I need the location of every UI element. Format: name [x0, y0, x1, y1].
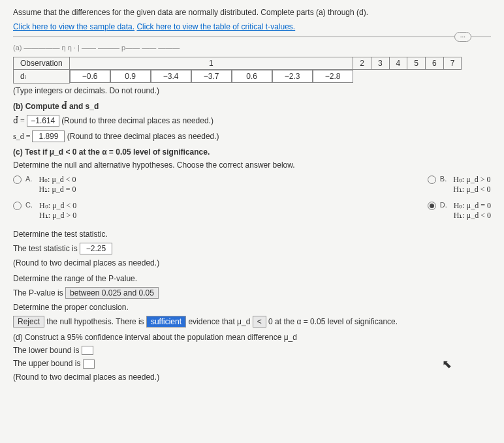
reject-dropdown[interactable]: Reject [13, 316, 44, 328]
option-b[interactable]: B. H₀: μ_d > 0H₁: μ_d < 0 [428, 175, 491, 194]
sufficient-dropdown[interactable]: sufficient [146, 316, 186, 328]
option-tag: C. [25, 201, 33, 209]
pager-icon[interactable]: ··· [454, 32, 471, 42]
header-col: 6 [425, 57, 443, 70]
conc-text: 0 at the α = 0.05 level of significance. [268, 317, 398, 326]
part-d-label: (d) Construct a 95% confidence interval … [13, 333, 491, 342]
radio-d[interactable] [428, 202, 436, 210]
part-c-label: (c) Test if μ_d < 0 at the α = 0.05 leve… [13, 147, 491, 157]
header-col: 1 [69, 57, 353, 70]
radio-b[interactable] [428, 176, 436, 184]
header-col: 7 [443, 57, 462, 70]
ts-hint: (Round to two decimal places as needed.) [13, 258, 491, 267]
sd-line: s_d = 1.899 (Round to three decimal plac… [13, 130, 491, 142]
lb-label: The lower bound is [13, 346, 82, 355]
dbar-tail: (Round to three decimal places as needed… [61, 116, 213, 125]
ts-label: The test statistic is [13, 244, 80, 253]
link-t-values[interactable]: Click here to view the table of critical… [136, 22, 295, 31]
table-hint: (Type integers or decimals. Do not round… [13, 86, 491, 95]
lower-bound-line: The lower bound is [13, 346, 491, 356]
link-sample-data[interactable]: Click here to view the sample data. [13, 22, 134, 31]
option-a[interactable]: A. H₀: μ_d < 0H₁: μ_d = 0 [13, 175, 76, 194]
divider: ··· [13, 37, 491, 37]
option-tag: D. [440, 201, 447, 209]
option-text: H₀: μ_d > 0H₁: μ_d < 0 [453, 175, 490, 194]
row-label-di: dᵢ [14, 70, 70, 84]
option-d[interactable]: D. H₀: μ_d = 0H₁: μ_d < 0 [428, 201, 491, 221]
di-input[interactable]: −3.7 [191, 70, 232, 83]
options-right: B. H₀: μ_d > 0H₁: μ_d < 0 D. H₀: μ_d = 0… [428, 175, 491, 221]
ts-input[interactable]: −2.25 [80, 243, 112, 254]
di-input[interactable]: −2.8 [313, 70, 353, 83]
options-left: A. H₀: μ_d < 0H₁: μ_d = 0 C. H₀: μ_d < 0… [13, 175, 76, 221]
pvalue-line: The P-value is between 0.025 and 0.05 [13, 287, 491, 299]
links-row: Click here to view the sample data. Clic… [13, 22, 491, 31]
header-col: 4 [389, 57, 407, 70]
part-a-obscured: (a) ————— η η · | —— ——— p—— —— ——— [13, 44, 491, 52]
ub-label: The upper bound is [13, 359, 83, 368]
header-col: 5 [407, 57, 426, 70]
p-label: The P-value is [13, 288, 65, 298]
dbar-line: d̄ = −1.614 (Round to three decimal plac… [13, 115, 491, 127]
table-row: Observation 1 2 3 4 5 6 7 [14, 57, 462, 70]
det-test-stat: Determine the test statistic. [13, 230, 491, 239]
dbar-input[interactable]: −1.614 [27, 115, 59, 127]
header-observation: Observation [14, 57, 70, 70]
sd-input[interactable]: 1.899 [32, 130, 65, 142]
dbar-label: d̄ = [13, 116, 27, 125]
option-tag: A. [25, 175, 32, 183]
part-b-label: (b) Compute d̄ and s_d [13, 102, 491, 111]
option-text: H₀: μ_d < 0H₁: μ_d > 0 [39, 201, 76, 221]
hypothesis-prompt: Determine the null and alternative hypot… [13, 160, 491, 170]
header-col: 3 [371, 57, 389, 70]
option-tag: B. [440, 175, 447, 183]
observation-table: Observation 1 2 3 4 5 6 7 dᵢ −0.6 0.9 −3… [13, 57, 462, 84]
det-conclusion: Determine the proper conclusion. [13, 303, 491, 312]
di-input[interactable]: −2.3 [272, 70, 313, 83]
inequality-dropdown[interactable]: < [253, 316, 266, 328]
header-col: 2 [353, 57, 371, 70]
di-input[interactable]: −0.6 [70, 70, 110, 83]
ci-hint: (Round to two decimal places as needed.) [13, 373, 491, 382]
det-pvalue: Determine the range of the P-value. [13, 274, 491, 283]
upper-bound-line: The upper bound is [13, 359, 491, 369]
conc-text: the null hypothesis. There is [46, 317, 146, 326]
test-stat-line: The test statistic is −2.25 [13, 243, 491, 254]
conc-text: evidence that μ_d [188, 317, 252, 326]
radio-c[interactable] [13, 202, 22, 210]
option-c[interactable]: C. H₀: μ_d < 0H₁: μ_d > 0 [13, 201, 76, 221]
option-text: H₀: μ_d = 0H₁: μ_d < 0 [454, 201, 491, 221]
lower-bound-input[interactable] [82, 346, 93, 355]
cursor-icon: ⬉ [442, 357, 452, 371]
pvalue-dropdown[interactable]: between 0.025 and 0.05 [65, 287, 159, 299]
di-input[interactable]: 0.9 [110, 70, 151, 83]
conclusion-line: Reject the null hypothesis. There is suf… [13, 316, 491, 328]
table-row: dᵢ −0.6 0.9 −3.4 −3.7 0.6 −2.3 −2.8 [14, 70, 462, 84]
sd-tail: (Round to three decimal places as needed… [67, 132, 219, 141]
instructions: Assume that the differences for the give… [13, 8, 491, 17]
sd-label: s_d = [13, 132, 32, 141]
hypothesis-options: A. H₀: μ_d < 0H₁: μ_d = 0 C. H₀: μ_d < 0… [13, 175, 491, 221]
di-input[interactable]: −3.4 [151, 70, 191, 83]
di-input[interactable]: 0.6 [232, 70, 272, 83]
upper-bound-input[interactable] [83, 359, 95, 369]
radio-a[interactable] [13, 176, 22, 184]
option-text: H₀: μ_d < 0H₁: μ_d = 0 [39, 175, 76, 194]
